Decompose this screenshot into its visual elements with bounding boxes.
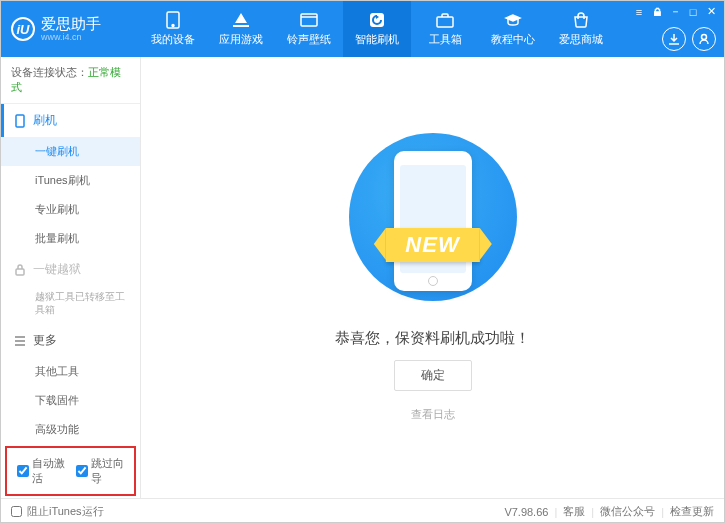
tab-apps[interactable]: 应用游戏 (207, 1, 275, 57)
logo-icon: iU (11, 17, 35, 41)
phone-icon (13, 114, 27, 128)
checkbox-row: 自动激活 跳过向导 (5, 446, 136, 496)
service-link[interactable]: 客服 (563, 504, 585, 519)
tutorial-icon (503, 11, 523, 29)
tab-label: 铃声壁纸 (287, 32, 331, 47)
svg-rect-6 (16, 115, 24, 127)
tab-label: 我的设备 (151, 32, 195, 47)
sidebar-item-oneclick[interactable]: 一键刷机 (1, 137, 140, 166)
device-icon (163, 11, 183, 29)
main-area: 设备连接状态：正常模式 刷机 一键刷机 iTunes刷机 专业刷机 批量刷机 一… (1, 57, 724, 498)
sidebar-item-firmware[interactable]: 下载固件 (1, 386, 140, 415)
app-name: 爱思助手 (41, 16, 101, 33)
wallpaper-icon (299, 11, 319, 29)
device-status: 设备连接状态：正常模式 (1, 57, 140, 104)
header-right (662, 27, 716, 51)
svg-rect-4 (437, 17, 453, 27)
tab-label: 工具箱 (429, 32, 462, 47)
sidebar: 设备连接状态：正常模式 刷机 一键刷机 iTunes刷机 专业刷机 批量刷机 一… (1, 57, 141, 498)
phone-illustration (394, 151, 472, 291)
svg-point-5 (702, 35, 707, 40)
section-more[interactable]: 更多 (1, 324, 140, 357)
section-flash[interactable]: 刷机 (1, 104, 140, 137)
block-itunes-checkbox[interactable]: 阻止iTunes运行 (11, 504, 104, 519)
sidebar-item-batch[interactable]: 批量刷机 (1, 224, 140, 253)
lock-icon[interactable]: 🔒︎ (650, 6, 664, 18)
svg-point-1 (172, 25, 174, 27)
sidebar-item-advanced[interactable]: 高级功能 (1, 415, 140, 444)
store-icon (571, 11, 591, 29)
title-controls: ≡ 🔒︎ － □ ✕ (632, 4, 718, 19)
tab-tutorials[interactable]: 教程中心 (479, 1, 547, 57)
tab-toolbox[interactable]: 工具箱 (411, 1, 479, 57)
header: iU 爱思助手 www.i4.cn 我的设备 应用游戏 铃声壁纸 智能刷机 工具… (1, 1, 724, 57)
sidebar-item-itunes[interactable]: iTunes刷机 (1, 166, 140, 195)
tab-label: 教程中心 (491, 32, 535, 47)
footer-right: V7.98.66 | 客服 | 微信公众号 | 检查更新 (504, 504, 714, 519)
apps-icon (231, 11, 251, 29)
checkbox-input[interactable] (76, 465, 88, 477)
sidebar-item-pro[interactable]: 专业刷机 (1, 195, 140, 224)
jailbreak-note: 越狱工具已转移至工具箱 (1, 286, 140, 324)
checkbox-input[interactable] (11, 506, 22, 517)
checkbox-auto-activate[interactable]: 自动激活 (17, 456, 66, 486)
nav-tabs: 我的设备 应用游戏 铃声壁纸 智能刷机 工具箱 教程中心 爱思商城 (139, 1, 615, 57)
flash-icon (367, 11, 387, 29)
user-button[interactable] (692, 27, 716, 51)
sidebar-item-other[interactable]: 其他工具 (1, 357, 140, 386)
wechat-link[interactable]: 微信公众号 (600, 504, 655, 519)
tab-flash[interactable]: 智能刷机 (343, 1, 411, 57)
update-link[interactable]: 检查更新 (670, 504, 714, 519)
footer: 阻止iTunes运行 V7.98.66 | 客服 | 微信公众号 | 检查更新 (1, 498, 724, 523)
menu-icon[interactable]: ≡ (632, 6, 646, 18)
checkbox-input[interactable] (17, 465, 29, 477)
section-jailbreak: 一键越狱 (1, 253, 140, 286)
more-icon (13, 334, 27, 348)
tab-ringtones[interactable]: 铃声壁纸 (275, 1, 343, 57)
toolbox-icon (435, 11, 455, 29)
content: NEW 恭喜您，保资料刷机成功啦！ 确定 查看日志 (141, 57, 724, 498)
confirm-button[interactable]: 确定 (394, 360, 472, 391)
svg-rect-2 (301, 14, 317, 26)
lock-icon (13, 263, 27, 277)
download-button[interactable] (662, 27, 686, 51)
app-url: www.i4.cn (41, 32, 101, 42)
tab-label: 智能刷机 (355, 32, 399, 47)
maximize-icon[interactable]: □ (686, 6, 700, 18)
illustration: NEW (323, 133, 543, 303)
logo-section: iU 爱思助手 www.i4.cn (11, 16, 139, 43)
new-ribbon: NEW (385, 228, 479, 262)
success-message: 恭喜您，保资料刷机成功啦！ (335, 329, 530, 348)
version-label: V7.98.66 (504, 506, 548, 518)
tab-store[interactable]: 爱思商城 (547, 1, 615, 57)
minimize-icon[interactable]: － (668, 4, 682, 19)
tab-my-device[interactable]: 我的设备 (139, 1, 207, 57)
tab-label: 应用游戏 (219, 32, 263, 47)
tab-label: 爱思商城 (559, 32, 603, 47)
checkbox-skip-guide[interactable]: 跳过向导 (76, 456, 125, 486)
view-log-link[interactable]: 查看日志 (411, 407, 455, 422)
close-icon[interactable]: ✕ (704, 5, 718, 18)
svg-rect-7 (16, 269, 24, 275)
